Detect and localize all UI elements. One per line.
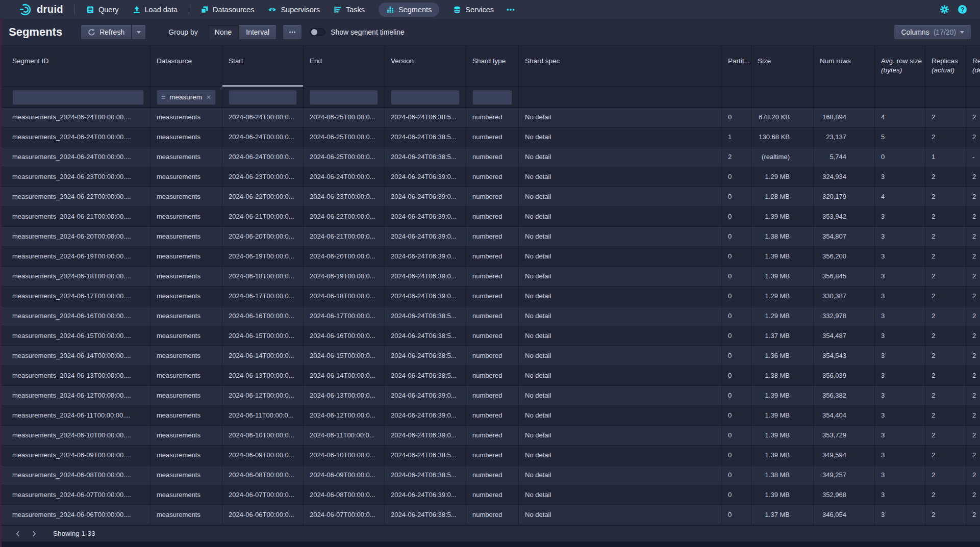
filter-input-shard_type[interactable] — [472, 90, 512, 105]
nav-item-services[interactable]: Services — [453, 6, 494, 14]
table-row[interactable]: measurements_2024-06-14T00:00:00....meas… — [0, 346, 980, 366]
more-nav-icon[interactable] — [506, 5, 515, 14]
table-row[interactable]: measurements_2024-06-17T00:00:00....meas… — [0, 286, 980, 306]
column-header-replicas[interactable]: Replicas(actual) — [925, 46, 966, 87]
nav-item-supervisors[interactable]: Supervisors — [268, 6, 320, 14]
cell-segment_id: measurements_2024-06-15T00:00:00.... — [6, 326, 150, 346]
table-row[interactable]: measurements_2024-06-12T00:00:00....meas… — [0, 386, 980, 406]
group-by-interval-button[interactable]: Interval — [239, 24, 277, 40]
table-row[interactable]: measurements_2024-06-24T00:00:00....meas… — [0, 147, 980, 167]
cell-version: 2024-06-24T06:39:0... — [385, 386, 466, 405]
column-header-start[interactable]: Start — [222, 46, 304, 87]
group-by-none-button[interactable]: None — [208, 24, 239, 40]
datasource-filter-tag[interactable]: =measurem✕ — [157, 90, 216, 105]
cell-datasource: measurements — [150, 426, 222, 445]
filter-input-segment_id[interactable] — [12, 90, 144, 105]
table-row[interactable]: measurements_2024-06-09T00:00:00....meas… — [0, 446, 980, 465]
column-header-replication_factor[interactable]: Replication factor(desired) — [966, 46, 980, 87]
refresh-button[interactable]: Refresh — [81, 24, 132, 40]
table-row[interactable]: measurements_2024-06-24T00:00:00....meas… — [0, 108, 980, 127]
cell-replication_factor: 2 — [966, 207, 980, 226]
column-header-shard_type[interactable]: Shard type — [466, 46, 519, 87]
pagination-bar: Showing 1-33 — [0, 525, 980, 541]
filter-input-start[interactable] — [229, 90, 297, 105]
cell-replicas: 2 — [925, 247, 966, 266]
segments-toolbar: Segments Refresh Group by None Interval … — [0, 19, 980, 46]
cell-segment_id: measurements_2024-06-24T00:00:00.... — [6, 147, 150, 167]
cell-replication_factor: 2 — [966, 306, 980, 326]
settings-gear-icon[interactable] — [940, 5, 949, 14]
columns-button[interactable]: Columns (17/20) — [894, 24, 971, 40]
nav-item-tasks[interactable]: Tasks — [334, 6, 365, 14]
nav-item-label: Load data — [145, 6, 178, 14]
cell-num_rows: 324,934 — [814, 167, 875, 187]
column-header-segment_id[interactable]: Segment ID — [6, 46, 150, 87]
table-row[interactable]: measurements_2024-06-19T00:00:00....meas… — [0, 247, 980, 267]
nav-item-datasources[interactable]: Datasources — [200, 6, 254, 14]
query-icon — [86, 6, 94, 14]
filter-cell-datasource: =measurem✕ — [150, 87, 222, 107]
table-row[interactable]: measurements_2024-06-16T00:00:00....meas… — [0, 306, 980, 326]
nav-item-load-data[interactable]: Load data — [133, 6, 178, 14]
equals-icon: = — [161, 93, 165, 101]
table-row[interactable]: measurements_2024-06-07T00:00:00....meas… — [0, 485, 980, 505]
cell-avg_row_size: 3 — [875, 267, 925, 286]
cell-partition: 0 — [722, 187, 751, 206]
previous-page-button[interactable] — [11, 527, 24, 540]
cell-replication_factor: 2 — [966, 465, 980, 485]
cell-end: 2024-06-17T00:00:0... — [304, 306, 385, 326]
filter-cell-replicas — [925, 87, 966, 107]
more-icon — [288, 28, 296, 36]
next-page-button[interactable] — [28, 527, 41, 540]
table-row[interactable]: measurements_2024-06-24T00:00:00....meas… — [0, 127, 980, 147]
cell-segment_id: measurements_2024-06-12T00:00:00.... — [6, 386, 150, 405]
table-row[interactable]: measurements_2024-06-10T00:00:00....meas… — [0, 426, 980, 446]
filter-input-end[interactable] — [310, 90, 378, 105]
cell-partition: 0 — [722, 505, 751, 525]
column-header-partition[interactable]: Partit... — [722, 46, 751, 87]
cell-partition: 0 — [722, 426, 751, 445]
column-header-version[interactable]: Version — [385, 46, 466, 87]
cell-version: 2024-06-24T06:38:5... — [385, 366, 466, 385]
table-row[interactable]: measurements_2024-06-22T00:00:00....meas… — [0, 187, 980, 207]
column-header-end[interactable]: End — [304, 46, 385, 87]
cell-version: 2024-06-24T06:38:5... — [385, 505, 466, 525]
nav-item-query[interactable]: Query — [86, 6, 119, 14]
cell-shard_type: numbered — [466, 446, 519, 465]
cell-shard_spec: No detail — [519, 108, 722, 127]
cell-shard_type: numbered — [466, 465, 519, 485]
help-icon[interactable]: ? — [958, 5, 967, 14]
cell-avg_row_size: 3 — [875, 346, 925, 366]
column-header-avg_row_size[interactable]: Avg. row size(bytes) — [875, 46, 925, 87]
page-title: Segments — [9, 25, 62, 39]
table-row[interactable]: measurements_2024-06-08T00:00:00....meas… — [0, 465, 980, 485]
table-row[interactable]: measurements_2024-06-20T00:00:00....meas… — [0, 227, 980, 247]
cell-replication_factor: 2 — [966, 346, 980, 366]
druid-logo[interactable]: druid — [19, 3, 63, 16]
column-header-datasource[interactable]: Datasource — [150, 46, 222, 87]
table-row[interactable]: measurements_2024-06-18T00:00:00....meas… — [0, 267, 980, 286]
nav-item-segments[interactable]: Segments — [379, 3, 439, 17]
table-row[interactable]: measurements_2024-06-21T00:00:00....meas… — [0, 207, 980, 227]
filter-input-version[interactable] — [391, 90, 460, 105]
table-row[interactable]: measurements_2024-06-15T00:00:00....meas… — [0, 326, 980, 346]
table-row[interactable]: measurements_2024-06-23T00:00:00....meas… — [0, 167, 980, 187]
more-options-button[interactable] — [283, 24, 302, 40]
horizontal-scrollbar-track[interactable] — [0, 541, 980, 547]
segments-table: Segment IDDatasourceStartEndVersionShard… — [0, 46, 980, 525]
cell-size: 1.39 MB — [751, 386, 814, 405]
refresh-dropdown-button[interactable] — [132, 24, 146, 40]
column-header-size[interactable]: Size — [751, 46, 814, 87]
column-header-shard_spec[interactable]: Shard spec — [519, 46, 722, 87]
column-header-num_rows[interactable]: Num rows — [814, 46, 875, 87]
cell-segment_id: measurements_2024-06-24T00:00:00.... — [6, 127, 150, 147]
remove-filter-icon[interactable]: ✕ — [206, 94, 211, 101]
segment-timeline-toggle[interactable] — [310, 28, 325, 36]
cell-avg_row_size: 5 — [875, 127, 925, 147]
filter-cell-version — [385, 87, 466, 107]
table-row[interactable]: measurements_2024-06-13T00:00:00....meas… — [0, 366, 980, 386]
table-row[interactable]: measurements_2024-06-11T00:00:00....meas… — [0, 406, 980, 426]
table-row[interactable]: measurements_2024-06-06T00:00:00....meas… — [0, 505, 980, 525]
cell-replicas: 2 — [925, 366, 966, 385]
cell-end: 2024-06-25T00:00:0... — [304, 127, 385, 147]
